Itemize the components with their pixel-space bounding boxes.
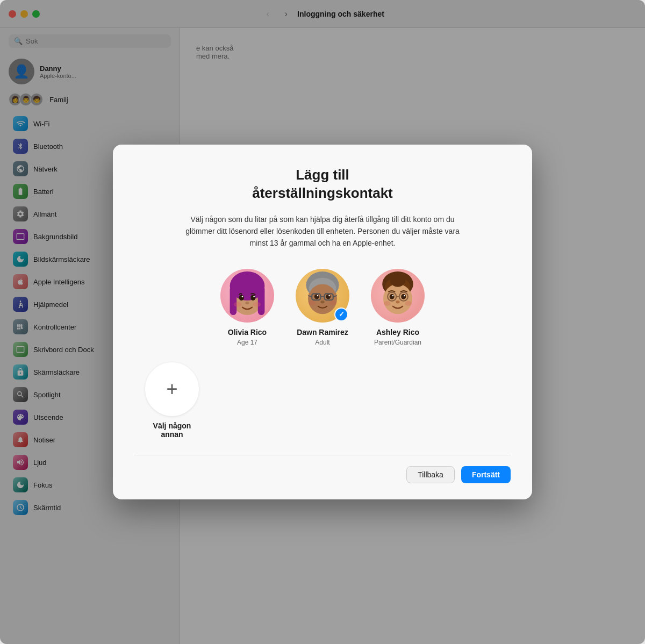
ashley-name: Ashley Rico	[376, 328, 419, 337]
modal-title: Lägg till återställningskontakt	[252, 166, 393, 203]
svg-point-6	[250, 295, 255, 300]
svg-rect-3	[230, 286, 237, 315]
dawn-sub: Adult	[315, 339, 329, 346]
plus-icon: +	[166, 378, 177, 400]
modal-divider	[134, 455, 511, 455]
add-other-item[interactable]: + Välj någon annan	[145, 362, 199, 439]
svg-point-36	[404, 295, 405, 297]
modal-overlay: Lägg till återställningskontakt Välj någ…	[0, 0, 645, 644]
svg-point-34	[401, 294, 406, 299]
svg-rect-4	[258, 286, 265, 315]
svg-point-7	[242, 296, 243, 297]
add-other-label: Välj någon annan	[153, 421, 191, 439]
back-button[interactable]: Tillbaka	[406, 466, 455, 483]
svg-point-11	[253, 302, 261, 307]
svg-point-5	[239, 295, 244, 300]
dawn-avatar-wrap: ✓	[296, 269, 349, 323]
continue-button[interactable]: Fortsätt	[461, 466, 511, 483]
svg-point-35	[392, 295, 394, 297]
svg-point-42	[405, 301, 412, 306]
add-other-row: + Välj någon annan	[134, 362, 511, 439]
contact-ashley[interactable]: Ashley Rico Parent/Guardian	[371, 269, 425, 346]
svg-point-16	[314, 294, 319, 299]
olivia-avatar	[220, 269, 274, 323]
svg-point-8	[253, 296, 255, 297]
modal-buttons: Tillbaka Fortsätt	[134, 466, 511, 483]
modal-dialog: Lägg till återställningskontakt Välj någ…	[113, 145, 532, 499]
modal-description: Välj någon som du litar på som kan hjälp…	[183, 213, 462, 249]
olivia-sub: Age 17	[237, 339, 257, 346]
ashley-avatar	[371, 269, 425, 323]
svg-point-33	[390, 294, 395, 299]
olivia-avatar-wrap	[220, 269, 274, 323]
olivia-name: Olivia Rico	[228, 328, 267, 337]
svg-point-40	[396, 300, 399, 303]
main-window: ‹ › Inloggning och säkerhet 🔍 👤 Danny	[0, 0, 645, 644]
ashley-sub: Parent/Guardian	[374, 339, 421, 346]
svg-point-15	[309, 284, 336, 313]
dawn-name: Dawn Ramirez	[297, 328, 348, 337]
svg-point-32	[390, 273, 406, 287]
svg-point-26	[309, 300, 316, 305]
contact-dawn[interactable]: ✓ Dawn Ramirez Adult	[296, 269, 349, 346]
svg-point-17	[326, 294, 331, 299]
svg-point-10	[234, 302, 241, 307]
svg-point-25	[320, 300, 324, 303]
contacts-row: Olivia Rico Age 17	[134, 269, 511, 346]
svg-point-27	[330, 300, 337, 305]
svg-point-18	[317, 295, 319, 297]
dawn-selected-badge: ✓	[334, 307, 348, 321]
svg-point-9	[245, 302, 249, 304]
svg-point-19	[328, 295, 330, 297]
svg-point-41	[384, 301, 391, 306]
add-other-button[interactable]: +	[145, 362, 199, 416]
contact-olivia[interactable]: Olivia Rico Age 17	[220, 269, 274, 346]
ashley-avatar-wrap	[371, 269, 425, 323]
